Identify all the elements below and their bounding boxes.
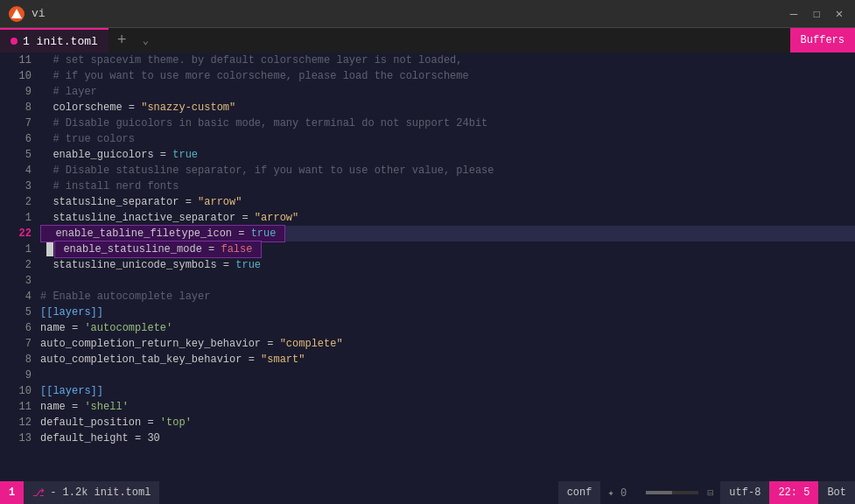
line-num-2: 2 (25, 194, 32, 210)
line-num-1: 1 (25, 210, 32, 226)
line-num-11: 11 (19, 52, 32, 68)
code-line-blank2 (40, 368, 855, 383)
status-plus: ✦ 0 (600, 486, 634, 500)
status-filetype: conf (558, 481, 601, 504)
code-line-21: default_position = 'top' (40, 415, 855, 430)
tab-init-toml[interactable]: 1 init.toml (0, 28, 109, 52)
code-line-9: # install nerd fonts (40, 178, 855, 194)
status-misc: ⊟ (634, 486, 720, 500)
status-encoding: utf-8 (720, 481, 769, 504)
app-icon (9, 6, 25, 22)
titlebar: vi — ☐ ✕ (0, 0, 855, 28)
line-num-cur1: 1 (25, 242, 32, 257)
line-num-6: 6 (25, 131, 32, 147)
code-line-8: # Disable statusline separator, if you w… (40, 163, 855, 178)
line-num-8: 8 (25, 100, 32, 116)
line-num-12b: 12 (19, 415, 32, 430)
window-title: vi (32, 7, 780, 20)
code-line-1: # set spacevim theme. by default colorsc… (40, 52, 855, 68)
line-number-gutter: 11 10 9 8 7 6 5 4 3 2 1 22 1 2 3 4 5 6 7… (0, 52, 37, 481)
editor: 11 10 9 8 7 6 5 4 3 2 1 22 1 2 3 4 5 6 7… (0, 52, 855, 481)
maximize-button[interactable]: ☐ (809, 7, 823, 21)
status-mode: 1 (0, 481, 24, 504)
line-num-11b: 11 (19, 399, 32, 415)
scrollbar-thumb (646, 491, 672, 494)
code-line-22: enable_tabline_filetype_icon = true (40, 226, 855, 242)
tab-dot (11, 38, 18, 45)
code-line-11: statusline_inactive_separator = "arrow" (40, 210, 855, 226)
line-num-10b: 10 (19, 383, 32, 399)
line-num-10: 10 (19, 68, 32, 84)
line-num-22: 22 (19, 226, 32, 242)
code-line-18: auto_completion_tab_key_behavior = "smar… (40, 352, 855, 368)
line-num-9: 9 (25, 84, 32, 100)
code-line-13: statusline_unicode_symbols = true (40, 257, 855, 273)
line-num-5b: 5 (25, 304, 32, 320)
statusbar: 1 ⎇ - 1.2k init.toml conf ✦ 0 ⊟ utf-8 22… (0, 481, 855, 504)
code-line-blank1 (40, 273, 855, 289)
code-line-22b: default_height = 30 (40, 430, 855, 446)
code-line-3: # layer (40, 84, 855, 100)
tab-label: 1 init.toml (23, 35, 98, 48)
code-line-14: # Enable autocomplete layer (40, 289, 855, 304)
close-button[interactable]: ✕ (832, 7, 846, 21)
code-line-17: auto_completion_return_key_behavior = "c… (40, 336, 855, 352)
status-bot: Bot (818, 481, 855, 504)
code-line-4: colorscheme = "snazzy-custom" (40, 100, 855, 116)
status-position: 22: 5 (769, 481, 818, 504)
cursor (46, 242, 53, 256)
line-num-cur2: 2 (25, 257, 32, 273)
line-num-7: 7 (25, 116, 32, 131)
git-branch-icon: ⎇ (32, 486, 45, 500)
code-line-20: name = 'shell' (40, 399, 855, 415)
line-num-9b: 9 (25, 368, 32, 383)
svg-marker-0 (11, 9, 22, 18)
new-tab-button[interactable]: + (109, 28, 136, 52)
code-line-16: name = 'autocomplete' (40, 320, 855, 336)
code-line-19: [[layers]] (40, 383, 855, 399)
code-line-10: statusline_separator = "arrow" (40, 194, 855, 210)
code-line-6: # true colors (40, 131, 855, 147)
line-num-5: 5 (25, 147, 32, 163)
code-line-2: # if you want to use more colorscheme, p… (40, 68, 855, 84)
line-num-7b: 7 (25, 336, 32, 352)
tabbar: 1 init.toml + ⌄ Buffers (0, 28, 855, 52)
code-line-7: enable_guicolors = true (40, 147, 855, 163)
scrollbar (646, 491, 698, 494)
line-num-3: 3 (25, 178, 32, 194)
code-area: # set spacevim theme. by default colorsc… (37, 52, 855, 481)
code-line-cursor: enable_statusline_mode = false (40, 242, 855, 257)
minimize-button[interactable]: — (787, 7, 801, 21)
line-num-13b: 13 (19, 430, 32, 446)
window-controls: — ☐ ✕ (787, 7, 846, 21)
git-info: - 1.2k init.toml (50, 486, 151, 499)
line-num-3b: 3 (25, 273, 32, 289)
status-git: ⎇ - 1.2k init.toml (24, 481, 159, 504)
line-num-4: 4 (25, 163, 32, 178)
misc-icons: ⊟ (707, 486, 713, 500)
tab-dropdown-button[interactable]: ⌄ (136, 28, 156, 52)
code-line-5: # Disable guicolors in basic mode, many … (40, 116, 855, 131)
line-num-8b: 8 (25, 352, 32, 368)
line-num-4b: 4 (25, 289, 32, 304)
line-num-6b: 6 (25, 320, 32, 336)
code-line-15: [[layers]] (40, 304, 855, 320)
buffers-button[interactable]: Buffers (790, 28, 855, 52)
